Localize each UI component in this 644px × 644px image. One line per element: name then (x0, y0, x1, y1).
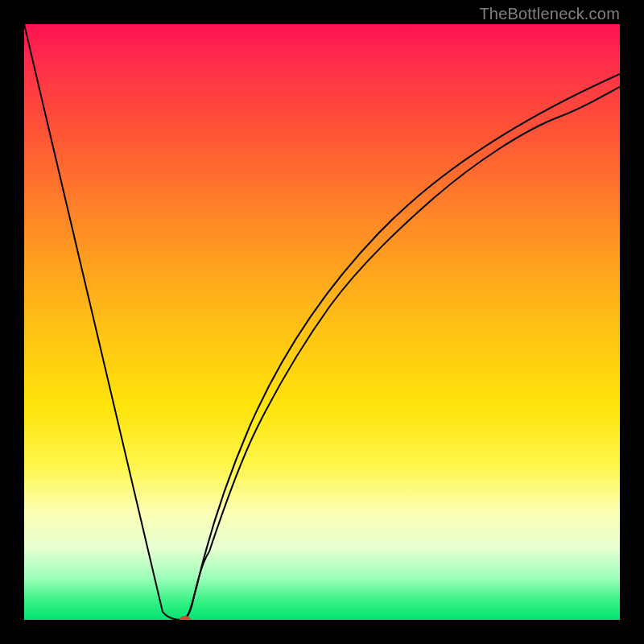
curve-right-refined (181, 74, 620, 620)
attribution-text: TheBottleneck.com (479, 5, 620, 23)
chart-frame: TheBottleneck.com (0, 0, 644, 644)
plot-area (24, 24, 620, 620)
plot-svg (24, 24, 620, 620)
curve-left (24, 24, 181, 620)
min-marker (180, 616, 191, 620)
curve-right (181, 87, 620, 620)
